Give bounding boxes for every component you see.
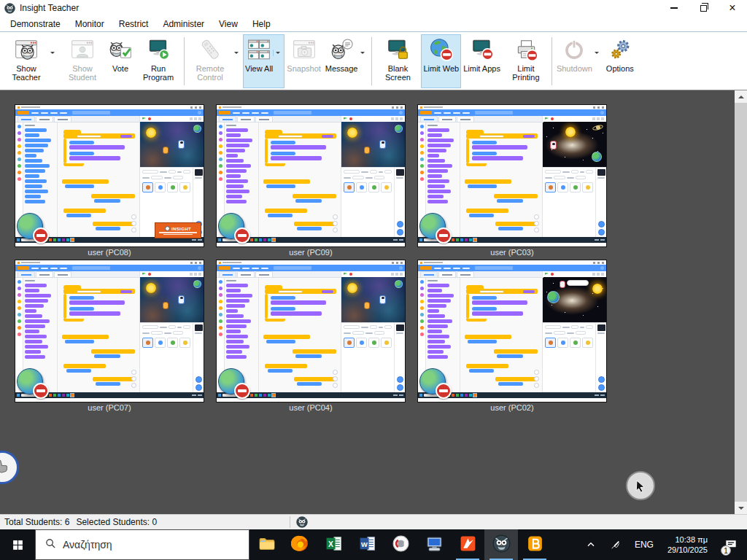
taskbar-app-round-app[interactable] — [384, 529, 417, 560]
decor — [466, 294, 469, 319]
scroll-down-button[interactable] — [735, 502, 747, 514]
decor — [58, 394, 61, 397]
taskbar-app-excel[interactable]: X — [317, 529, 350, 560]
toolbar-button-label: Limit Web — [423, 64, 459, 74]
menu-item-view[interactable]: View — [212, 17, 245, 31]
toolbar-button-show-teacher[interactable]: Show Teacher — [3, 34, 59, 88]
decor — [465, 179, 511, 184]
toolbar-button-run-program[interactable]: Run Program — [135, 34, 182, 88]
student-thumbnail[interactable] — [15, 260, 204, 402]
student-thumbnail[interactable]: INSIGHT — [15, 104, 204, 247]
decor — [427, 294, 454, 298]
no-entry-icon — [33, 383, 49, 399]
taskbar-app-orange-app[interactable] — [451, 529, 484, 560]
decor — [395, 273, 398, 276]
dropdown-arrow-icon[interactable] — [47, 50, 57, 56]
decor — [543, 122, 543, 122]
decor — [219, 177, 222, 181]
decor — [190, 262, 193, 264]
hidden-icons-button[interactable] — [578, 529, 603, 560]
decor — [472, 145, 527, 149]
toolbar-button-message[interactable]: Message — [323, 34, 370, 88]
restore-button[interactable] — [689, 0, 718, 16]
decor — [257, 51, 258, 52]
dropdown-arrow-icon[interactable] — [357, 50, 367, 56]
decor — [296, 516, 308, 528]
toolbar-button-blank-screen[interactable]: Blank Screen — [374, 34, 421, 88]
vertical-scrollbar[interactable] — [735, 90, 747, 514]
sprite-cards — [142, 338, 190, 348]
search-input[interactable] — [63, 539, 223, 551]
ink-workspace-button[interactable] — [603, 529, 628, 560]
decor — [226, 154, 238, 158]
toolbar: Show TeacherShow StudentVoteRun ProgramR… — [0, 32, 747, 90]
toolbar-button-label: Run Program — [137, 64, 179, 82]
menu-item-monitor[interactable]: Monitor — [68, 17, 112, 31]
taskbar-search[interactable] — [35, 529, 249, 560]
student-thumbnail[interactable] — [417, 104, 607, 247]
decor — [434, 112, 441, 114]
toolbar-button-limit-web[interactable]: Limit Web — [421, 34, 461, 88]
scroll-up-button[interactable] — [735, 90, 747, 103]
decor — [452, 394, 454, 397]
taskbar-app-word[interactable]: W — [350, 529, 384, 560]
scratch-tabs — [217, 116, 341, 122]
decor — [192, 394, 196, 396]
decor — [18, 116, 35, 122]
decor — [160, 171, 167, 173]
decor — [53, 394, 56, 397]
menu-item-help[interactable]: Help — [245, 17, 278, 31]
decor — [77, 290, 101, 293]
restore-icon — [700, 5, 707, 12]
scratch-logo — [18, 111, 29, 114]
toolbar-button-limit-apps[interactable]: Limit Apps — [461, 34, 503, 88]
decor — [399, 394, 403, 396]
menu-item-administer[interactable]: Administer — [155, 17, 212, 31]
taskbar-app-insight-teacher[interactable] — [484, 529, 518, 560]
decor — [385, 37, 410, 62]
notification-center-button[interactable]: 1 — [715, 529, 747, 560]
decor — [427, 289, 442, 292]
decor — [469, 214, 494, 217]
decor — [21, 106, 40, 108]
decor — [142, 177, 150, 179]
decor — [361, 327, 368, 328]
decor — [392, 534, 410, 553]
decor — [226, 280, 236, 281]
toolbar-button-options[interactable]: Options — [604, 34, 636, 88]
toolbar-button-vote[interactable]: Vote — [106, 34, 135, 88]
decor — [364, 302, 370, 309]
taskbar-app-file-explorer[interactable] — [249, 529, 283, 560]
decor — [49, 238, 52, 241]
decor — [598, 229, 605, 236]
menu-item-demonstrate[interactable]: Demonstrate — [3, 17, 68, 31]
taskbar-app-orange-b-app[interactable] — [518, 529, 551, 560]
student-thumbnail[interactable] — [417, 260, 607, 402]
minimize-button[interactable] — [659, 0, 689, 16]
decor — [219, 306, 222, 310]
taskbar-app-remote-pc-app[interactable] — [417, 529, 451, 560]
language-indicator[interactable]: ENG — [628, 529, 660, 560]
start-button[interactable] — [0, 529, 35, 560]
toolbar-button-limit-printing[interactable]: Limit Printing — [503, 34, 549, 88]
project-name-box — [274, 111, 311, 114]
student-thumbnail[interactable] — [216, 260, 406, 402]
decor — [25, 284, 47, 287]
student-label: user (PC07) — [15, 403, 204, 413]
close-button[interactable]: × — [718, 0, 747, 16]
message-icon — [329, 37, 354, 62]
decor — [69, 145, 125, 149]
decor — [495, 377, 538, 381]
decor — [25, 314, 42, 318]
student-thumbnail[interactable] — [216, 104, 406, 247]
decor — [420, 131, 424, 135]
decor — [80, 47, 85, 52]
decor — [545, 177, 552, 179]
decor — [25, 154, 36, 158]
dropdown-arrow-icon[interactable] — [273, 50, 282, 56]
toolbar-button-view-all[interactable]: View All — [243, 34, 285, 88]
clock[interactable]: 10:38 πμ 29/10/2025 — [660, 534, 715, 556]
decor — [427, 304, 446, 308]
menu-item-restrict[interactable]: Restrict — [112, 17, 156, 31]
taskbar-app-firefox[interactable] — [283, 529, 317, 560]
